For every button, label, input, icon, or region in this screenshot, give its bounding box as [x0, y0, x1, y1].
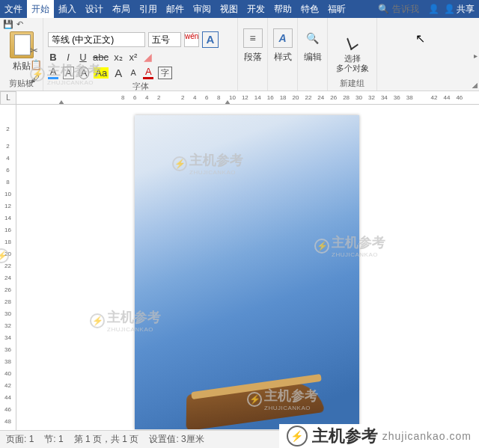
- quick-access-toolbar: 💾 ↶: [3, 19, 27, 30]
- tab-developer[interactable]: 开发: [242, 0, 269, 18]
- menu-bar: 文件 开始 插入 设计 布局 引用 邮件 审阅 视图 开发 帮助 特色 福昕 🔍…: [0, 0, 479, 18]
- char-shading-button[interactable]: A: [79, 67, 90, 79]
- tab-mailings[interactable]: 邮件: [162, 0, 189, 18]
- font-group-label: 字体: [48, 79, 233, 92]
- char-border-button[interactable]: A: [63, 67, 74, 79]
- paste-label: 粘贴: [13, 60, 31, 73]
- select-group: 选择 多个对象 新建组: [328, 18, 377, 90]
- tab-help[interactable]: 帮助: [269, 0, 296, 18]
- document-workspace: L 86422468101214161820222426283032343638…: [0, 91, 479, 430]
- paragraph-label: 段落: [244, 51, 262, 64]
- format-painter-icon[interactable]: 🖌: [30, 73, 42, 85]
- cursor-icon: [344, 34, 361, 52]
- boat-image: [172, 332, 322, 429]
- status-setting[interactable]: 设置值: 3厘米: [149, 433, 204, 446]
- qat-undo-icon[interactable]: ↶: [16, 19, 27, 30]
- indent-marker-left[interactable]: [58, 100, 64, 105]
- copy-icon[interactable]: 📋: [30, 59, 42, 70]
- indent-marker-right[interactable]: [225, 100, 231, 105]
- paragraph-group: ≡ 段落 ◢: [238, 18, 268, 90]
- status-page-count[interactable]: 第 1 页，共 1 页: [74, 433, 139, 446]
- strikethrough-button[interactable]: abc: [93, 52, 109, 63]
- underline-button[interactable]: U: [78, 52, 88, 63]
- text-effects-button[interactable]: A: [48, 66, 58, 79]
- tab-design[interactable]: 设计: [81, 0, 108, 18]
- tab-features[interactable]: 特色: [296, 0, 323, 18]
- phonetic-guide-button[interactable]: wén: [184, 32, 199, 47]
- paragraph-button[interactable]: ≡ 段落: [243, 28, 263, 64]
- qat-save-icon[interactable]: 💾: [3, 19, 13, 30]
- tab-view[interactable]: 视图: [216, 0, 242, 18]
- tab-home[interactable]: 开始: [27, 0, 54, 18]
- grow-font-button[interactable]: A: [113, 67, 123, 79]
- tab-layout[interactable]: 布局: [108, 0, 135, 18]
- highlight-button[interactable]: Aa: [94, 67, 109, 79]
- ruler-corner[interactable]: L: [0, 91, 16, 105]
- document-page[interactable]: ▸: [135, 115, 359, 429]
- status-section[interactable]: 节: 1: [44, 433, 63, 446]
- editing-group: 🔍 编辑: [298, 18, 328, 90]
- select-objects-button[interactable]: 选择 多个对象: [336, 28, 369, 73]
- ribbon-collapse-icon[interactable]: ▸: [474, 52, 478, 60]
- font-name-select[interactable]: [48, 32, 145, 47]
- bold-button[interactable]: B: [48, 52, 58, 63]
- italic-button[interactable]: I: [63, 52, 73, 63]
- styles-launcher-icon[interactable]: ◢: [472, 82, 478, 89]
- tab-foxit[interactable]: 福昕: [323, 0, 350, 18]
- footer-brand: ⚡ 主机参考 zhujicankao.com: [279, 424, 479, 448]
- clear-format-button[interactable]: ◢: [143, 51, 153, 63]
- tab-file[interactable]: 文件: [0, 0, 27, 18]
- select-group-label: 新建组: [340, 76, 364, 89]
- ribbon: 💾 ↶ 粘贴 ✂ 📋 🖌 剪贴板 ◢ wén A B I U abc x₂ x²: [0, 18, 479, 91]
- editing-button[interactable]: 🔍 编辑: [303, 28, 323, 64]
- styles-button[interactable]: A 样式: [273, 28, 293, 64]
- brand-logo-icon: ⚡: [287, 426, 308, 447]
- tab-review[interactable]: 审阅: [189, 0, 216, 18]
- vertical-ruler[interactable]: 2246810121416182022242628303234363840424…: [0, 105, 16, 430]
- select-label: 选择 多个对象: [336, 54, 369, 73]
- brand-url: zhujicankao.com: [382, 430, 472, 442]
- find-icon: 🔍: [303, 28, 323, 48]
- account-icon[interactable]: 👤: [428, 4, 439, 14]
- editing-label: 编辑: [304, 51, 322, 64]
- char-style-button[interactable]: A: [202, 31, 219, 48]
- superscript-button[interactable]: x²: [128, 52, 138, 63]
- search-input[interactable]: [392, 4, 422, 14]
- font-group: wén A B I U abc x₂ x² ◢ A A A Aa A A A 字…: [43, 18, 238, 90]
- font-color-button[interactable]: A: [143, 66, 153, 79]
- share-label: 共享: [457, 3, 475, 16]
- font-size-select[interactable]: [148, 32, 181, 47]
- horizontal-ruler[interactable]: 8642246810121416182022242628303234363842…: [16, 91, 479, 105]
- tell-me-search[interactable]: 🔍: [378, 4, 428, 14]
- status-page[interactable]: 页面: 1: [6, 433, 34, 446]
- shrink-font-button[interactable]: A: [128, 68, 138, 77]
- styles-group: A 样式 ◢: [268, 18, 298, 90]
- styles-label: 样式: [274, 51, 292, 64]
- subscript-button[interactable]: x₂: [113, 52, 123, 63]
- cut-icon[interactable]: ✂: [30, 45, 42, 56]
- share-button[interactable]: 👤 共享: [439, 3, 479, 16]
- tab-insert[interactable]: 插入: [54, 0, 81, 18]
- enclose-char-button[interactable]: 字: [158, 67, 172, 79]
- search-icon: 🔍: [378, 4, 389, 14]
- paragraph-icon: ≡: [243, 28, 263, 48]
- brand-name: 主机参考: [312, 425, 378, 447]
- share-icon: 👤: [444, 4, 455, 14]
- styles-icon: A: [273, 28, 293, 48]
- tab-references[interactable]: 引用: [135, 0, 162, 18]
